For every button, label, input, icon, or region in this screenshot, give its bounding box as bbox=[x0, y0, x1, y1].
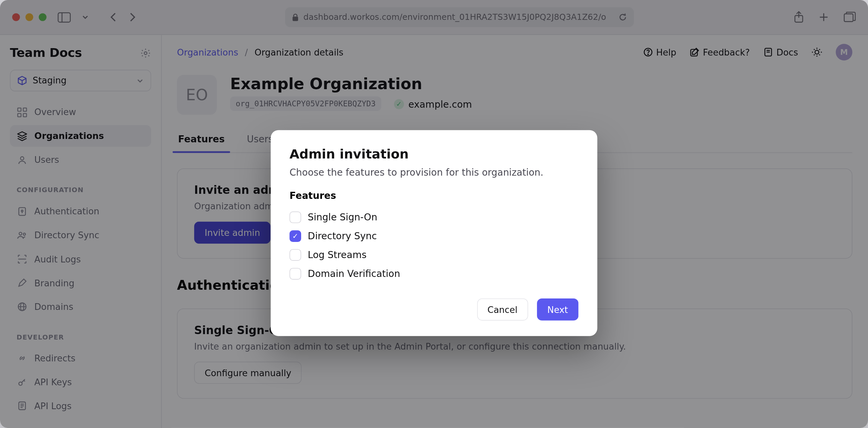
checkbox-icon bbox=[290, 249, 302, 261]
feature-label: Single Sign-On bbox=[308, 212, 377, 223]
feature-option-directory-sync[interactable]: ✓ Directory Sync bbox=[290, 226, 579, 245]
admin-invitation-modal: Admin invitation Choose the features to … bbox=[271, 130, 597, 336]
modal-actions: Cancel Next bbox=[290, 299, 579, 321]
feature-label: Directory Sync bbox=[308, 230, 377, 241]
modal-subtitle: Choose the features to provision for thi… bbox=[290, 166, 579, 178]
modal-title: Admin invitation bbox=[290, 147, 579, 161]
checkbox-icon bbox=[290, 211, 302, 223]
checkbox-icon bbox=[290, 268, 302, 280]
checkbox-icon: ✓ bbox=[290, 230, 302, 242]
feature-option-log-streams[interactable]: Log Streams bbox=[290, 245, 579, 264]
feature-label: Log Streams bbox=[308, 249, 367, 260]
feature-label: Domain Verification bbox=[308, 268, 400, 279]
feature-option-sso[interactable]: Single Sign-On bbox=[290, 208, 579, 226]
feature-option-domain-verification[interactable]: Domain Verification bbox=[290, 264, 579, 283]
modal-scrim[interactable]: Admin invitation Choose the features to … bbox=[0, 0, 868, 428]
cancel-button[interactable]: Cancel bbox=[477, 299, 528, 321]
next-button[interactable]: Next bbox=[537, 299, 579, 321]
modal-features-header: Features bbox=[290, 190, 579, 201]
app-window: dashboard.workos.com/environment_01HRA2T… bbox=[0, 0, 868, 428]
